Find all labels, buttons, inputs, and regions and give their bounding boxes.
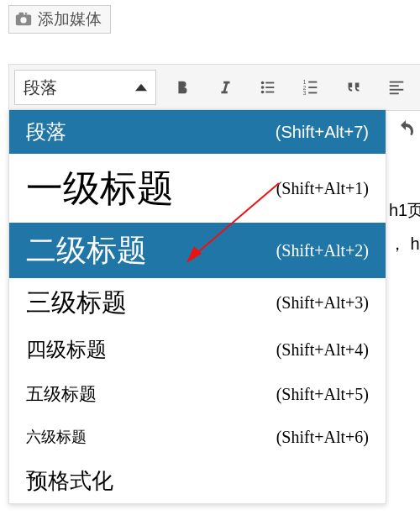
svg-rect-14: [308, 92, 317, 94]
format-option-label: 三级标题: [26, 286, 276, 320]
format-option-label: 二级标题: [26, 230, 276, 271]
format-option-shortcut: (Shift+Alt+5): [276, 385, 369, 404]
svg-rect-2: [19, 13, 24, 16]
numbered-list-button[interactable]: 123: [294, 71, 328, 104]
bold-button[interactable]: [165, 71, 199, 104]
format-option-shortcut: (Shift+Alt+3): [276, 293, 369, 313]
quote-button[interactable]: [337, 71, 370, 104]
format-option-heading6[interactable]: 六级标题 (Shift+Alt+6): [9, 416, 386, 458]
svg-rect-15: [390, 82, 404, 83]
bullet-list-button[interactable]: [251, 71, 285, 104]
format-option-preformatted[interactable]: 预格式化: [9, 458, 386, 503]
format-select[interactable]: 段落: [14, 70, 156, 105]
svg-point-3: [261, 82, 265, 85]
svg-rect-18: [390, 92, 399, 94]
svg-point-7: [261, 91, 265, 94]
format-option-shortcut: (Shift+Alt+6): [276, 428, 369, 447]
format-option-shortcut: (Shift+Alt+7): [276, 123, 369, 142]
format-option-heading3[interactable]: 三级标题 (Shift+Alt+3): [9, 278, 386, 327]
content-peek-line: h1页: [389, 193, 420, 227]
format-option-heading2[interactable]: 二级标题 (Shift+Alt+2): [9, 223, 386, 278]
format-option-label: 五级标题: [26, 382, 276, 406]
align-left-button[interactable]: [380, 71, 413, 104]
undo-button[interactable]: [391, 109, 420, 150]
format-option-shortcut: (Shift+Alt+1): [276, 179, 369, 198]
format-option-label: 一级标题: [26, 164, 276, 213]
format-option-shortcut: (Shift+Alt+2): [276, 241, 369, 260]
svg-point-1: [20, 17, 26, 23]
svg-rect-12: [308, 87, 317, 88]
format-option-label: 六级标题: [26, 427, 276, 447]
svg-point-5: [261, 86, 265, 89]
svg-rect-4: [265, 82, 274, 84]
svg-rect-8: [265, 92, 274, 93]
svg-text:3: 3: [303, 90, 307, 96]
add-media-label: 添加媒体: [38, 8, 102, 30]
svg-rect-17: [390, 89, 404, 91]
content-peek: h1页 ， h: [389, 193, 420, 260]
format-option-label: 段落: [26, 118, 276, 145]
editor-toolbar: 段落 123: [8, 64, 420, 111]
format-option-heading4[interactable]: 四级标题 (Shift+Alt+4): [9, 327, 386, 372]
format-select-value: 段落: [24, 76, 57, 99]
format-option-label: 四级标题: [26, 336, 276, 363]
svg-rect-6: [265, 87, 274, 88]
format-option-shortcut: (Shift+Alt+4): [276, 340, 369, 360]
italic-button[interactable]: [208, 71, 242, 104]
format-option-heading1[interactable]: 一级标题 (Shift+Alt+1): [9, 154, 386, 223]
content-peek-line: ， h: [389, 227, 420, 260]
svg-rect-16: [390, 85, 399, 87]
camera-icon: [14, 10, 33, 29]
format-option-paragraph[interactable]: 段落 (Shift+Alt+7): [9, 110, 386, 154]
format-dropdown: 段落 (Shift+Alt+7) 一级标题 (Shift+Alt+1) 二级标题…: [8, 109, 386, 504]
format-option-heading5[interactable]: 五级标题 (Shift+Alt+5): [9, 372, 386, 416]
add-media-button[interactable]: 添加媒体: [8, 5, 111, 34]
format-option-label: 预格式化: [26, 466, 369, 496]
svg-rect-10: [308, 82, 317, 83]
caret-up-icon: [135, 78, 147, 97]
